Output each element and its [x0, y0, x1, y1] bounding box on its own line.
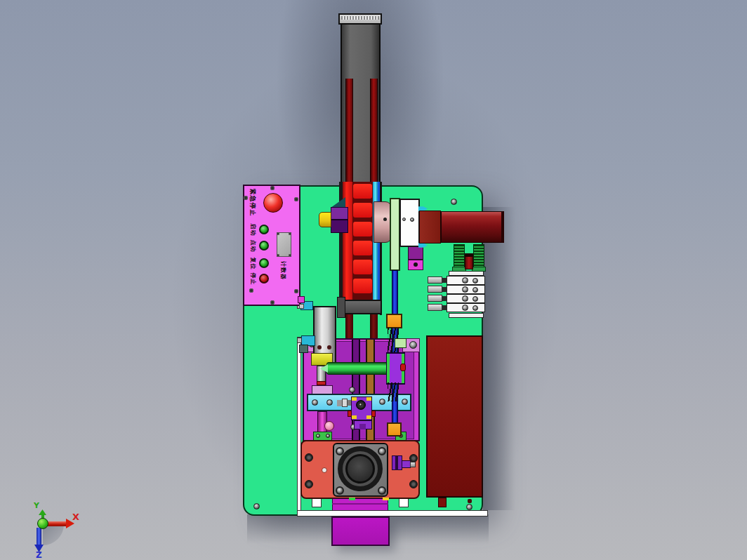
plate-screw: [466, 504, 472, 510]
column-cap-stripe: [341, 16, 379, 20]
cylinder-top-tab: [337, 297, 345, 318]
pneumatic-fitting[interactable]: [428, 304, 442, 311]
plate-screw: [451, 199, 457, 205]
shaft-stub-yellow[interactable]: [319, 212, 331, 227]
bracket-notch: [359, 424, 366, 429]
terminal-screw: [316, 434, 320, 438]
side-panel-pin: [468, 499, 472, 503]
slider-pin-red: [400, 364, 406, 371]
pulley-blade: [353, 279, 372, 293]
knob-screw: [359, 403, 362, 406]
z-axis-shaft[interactable]: [37, 528, 41, 545]
stopper-block-upper[interactable]: [386, 314, 402, 328]
motor-body[interactable]: [441, 211, 503, 243]
valve-port: [472, 296, 478, 302]
clamp-pad-yellow: [352, 397, 357, 401]
plate-screw: [253, 503, 260, 509]
terminal-screw: [326, 434, 330, 438]
pneumatic-fitting[interactable]: [428, 276, 442, 284]
plate-corner-screw: [289, 254, 291, 257]
drive-belt-upper-left[interactable]: [345, 79, 353, 182]
panel-button-jog[interactable]: [259, 241, 269, 251]
fixture-screw: [409, 341, 417, 349]
tab-green: [349, 498, 355, 500]
mount-plate-white[interactable]: [399, 199, 420, 247]
side-panel[interactable]: [426, 335, 483, 498]
pneumatic-fitting[interactable]: [428, 295, 442, 302]
plate-screw: [402, 218, 406, 221]
pulley-blade: [353, 222, 372, 236]
pulley-blade: [353, 184, 372, 199]
stub-block-lower[interactable]: [331, 220, 348, 233]
x-axis-shaft[interactable]: [47, 521, 67, 526]
panel-button-reset[interactable]: [259, 258, 269, 268]
cad-viewport[interactable]: 紧急停止 启动 点动 复位 停止 计数器 X Y Z: [0, 0, 747, 560]
tooling-divider: [332, 503, 388, 505]
bracket-pin: [414, 262, 418, 267]
clamp-tab-red: [371, 411, 376, 417]
pneumatic-fitting[interactable]: [428, 286, 442, 293]
bar-screw: [402, 399, 408, 405]
fitting-band: [395, 455, 398, 470]
plate-slot-horizontal: [297, 510, 488, 516]
coil-base: [452, 267, 466, 272]
plate-corner-screw: [289, 232, 291, 235]
mount-plate-green[interactable]: [390, 198, 400, 271]
fitting-chain: [337, 400, 342, 406]
plate-tab: [312, 498, 322, 507]
pulley-housing-bottom[interactable]: [339, 300, 382, 314]
fitting-chain[interactable]: [342, 399, 348, 407]
chuck-ring-inner: [345, 454, 375, 484]
bar-screw: [379, 399, 385, 405]
valve-port: [462, 277, 468, 284]
panel-button-start-label: 启动: [248, 223, 257, 236]
chuck-screw: [378, 486, 386, 495]
stopper-block-lower[interactable]: [387, 422, 402, 436]
purple-bracket[interactable]: [408, 246, 423, 260]
sensor-bracket-green[interactable]: [395, 338, 406, 348]
fitting-connector: [442, 287, 447, 292]
knob-pink[interactable]: [324, 421, 334, 431]
plate-tab: [399, 498, 409, 507]
workpiece-cylinder[interactable]: [326, 362, 388, 375]
shaft-pin: [383, 218, 387, 221]
fitting-connector: [442, 278, 447, 283]
tooling-block-lower[interactable]: [331, 516, 390, 546]
clamp-tab-red: [348, 411, 352, 417]
triad-origin-sphere[interactable]: [37, 518, 48, 529]
y-axis-label: Y: [34, 501, 43, 510]
motor-end-cap: [501, 211, 504, 243]
panel-button-stop[interactable]: [259, 274, 269, 284]
stub-block-upper[interactable]: [331, 207, 348, 220]
chuck-screw: [378, 447, 386, 455]
z-axis-label: Z: [36, 550, 46, 560]
x-axis-label: X: [72, 512, 84, 523]
bar-screw: [312, 399, 318, 406]
fitting-connector: [442, 296, 447, 301]
spring-lower[interactable]: [388, 382, 399, 401]
side-panel-tab: [438, 498, 447, 507]
panel-screw: [294, 289, 298, 293]
counter-plate[interactable]: [277, 232, 291, 257]
cylinder-port: [317, 345, 322, 349]
pulley-blade: [353, 241, 372, 255]
chuck-screw: [336, 447, 344, 455]
panel-button-start[interactable]: [259, 225, 269, 234]
drive-belt-upper-right[interactable]: [370, 79, 378, 182]
clamp-pad-yellow: [366, 415, 371, 419]
valve-port: [462, 286, 468, 293]
coil-base: [472, 267, 486, 272]
cast-shadow-right: [483, 207, 515, 510]
red-cylinder[interactable]: [465, 256, 473, 269]
panel-screw: [294, 197, 298, 201]
plate-screw: [410, 218, 414, 222]
plate-corner-screw: [277, 254, 279, 257]
panel-button-jog-label: 点动: [248, 239, 257, 253]
y-axis-arrowhead: [39, 509, 46, 515]
chuck-screw: [336, 486, 344, 495]
emergency-stop-button[interactable]: [263, 193, 283, 213]
manifold-cap-bottom: [449, 313, 484, 318]
motor-mount-block[interactable]: [419, 211, 441, 244]
bar-screw: [326, 399, 333, 406]
plate-hole: [305, 453, 313, 462]
